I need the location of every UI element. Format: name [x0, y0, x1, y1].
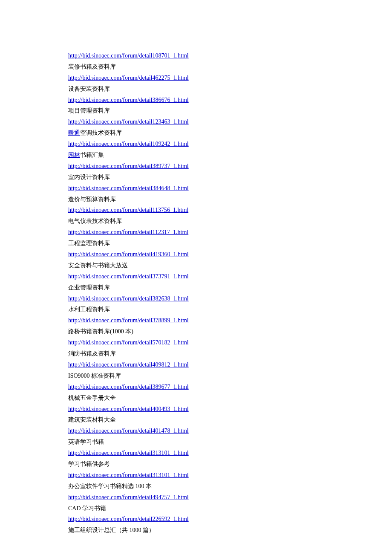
entry-label-row: 电气仪表技术资料库 — [68, 216, 392, 227]
resource-link[interactable]: http://bid.sinoaec.com/forum/detail40981… — [68, 361, 189, 368]
entry-url-row: http://bid.sinoaec.com/forum/detail31310… — [68, 448, 392, 459]
entry-url-row: http://bid.sinoaec.com/forum/detail37379… — [68, 271, 392, 282]
entry-url-row: http://bid.sinoaec.com/forum/detail57018… — [68, 337, 392, 348]
resource-link[interactable]: http://bid.sinoaec.com/forum/detail40049… — [68, 406, 189, 412]
keyword-link[interactable]: 园林 — [68, 152, 80, 158]
entry-url-row: http://bid.sinoaec.com/forum/detail38464… — [68, 183, 392, 194]
entry-label: 施工组织设计总汇（共 1000 篇） — [68, 527, 155, 533]
resource-link[interactable]: http://bid.sinoaec.com/forum/detail38263… — [68, 295, 189, 302]
entry-url-row: http://bid.sinoaec.com/forum/detail31310… — [68, 470, 392, 481]
entry-url-row: http://bid.sinoaec.com/forum/detail38263… — [68, 293, 392, 304]
entry-label-row: 安全资料与书籍大放送 — [68, 260, 392, 271]
entry-label: 水利工程资料库 — [68, 306, 110, 312]
entry-label-row: 装修书籍及资料库 — [68, 61, 392, 72]
entry-label: 项目管理资料库 — [68, 107, 110, 114]
resource-link[interactable]: http://bid.sinoaec.com/forum/detail38464… — [68, 185, 189, 191]
entry-label: 设备安装资料库 — [68, 86, 110, 92]
entry-label-row: 英语学习书籍 — [68, 436, 392, 448]
entry-label-row: 室内设计资料库 — [68, 172, 392, 183]
entry-label-row: 机械五金手册大全 — [68, 393, 392, 404]
entry-label: 电气仪表技术资料库 — [68, 218, 122, 224]
entry-label: 室内设计资料库 — [68, 174, 110, 180]
entry-url-row: http://bid.sinoaec.com/forum/detail38667… — [68, 95, 392, 106]
entry-label: 机械五金手册大全 — [68, 395, 116, 401]
entry-url-row: http://bid.sinoaec.com/forum/detail49475… — [68, 492, 392, 503]
entry-url-row: http://bid.sinoaec.com/forum/detail38967… — [68, 382, 392, 393]
resource-link[interactable]: http://bid.sinoaec.com/forum/detail10870… — [68, 52, 189, 59]
resource-link[interactable]: http://bid.sinoaec.com/forum/detail57018… — [68, 339, 189, 346]
entry-url-row: http://bid.sinoaec.com/forum/detail22659… — [68, 514, 392, 525]
entry-label: 工程监理资料库 — [68, 240, 110, 246]
resource-link[interactable]: http://bid.sinoaec.com/forum/detail41936… — [68, 251, 189, 257]
entry-label: 建筑安装材料大全 — [68, 416, 116, 423]
resource-link[interactable]: http://bid.sinoaec.com/forum/detail37379… — [68, 273, 189, 280]
entry-label: 办公室软件学习书籍精选 100 本 — [68, 483, 152, 489]
resource-link[interactable]: http://bid.sinoaec.com/forum/detail40147… — [68, 428, 189, 434]
resource-link[interactable]: http://bid.sinoaec.com/forum/detail11375… — [68, 207, 188, 213]
resource-link[interactable]: http://bid.sinoaec.com/forum/detail38667… — [68, 97, 189, 103]
entry-label-row: 项目管理资料库 — [68, 105, 392, 116]
entry-label-row: 企业管理资料库 — [68, 282, 392, 293]
entry-label-suffix: 空调技术资料库 — [80, 130, 122, 136]
entry-url-row: http://bid.sinoaec.com/forum/detail11375… — [68, 205, 392, 216]
entry-label: 学习书籍供参考 — [68, 461, 110, 467]
entry-label: 造价与预算资料库 — [68, 196, 116, 202]
resource-link[interactable]: http://bid.sinoaec.com/forum/detail37889… — [68, 317, 189, 324]
document-page: http://bid.sinoaec.com/forum/detail10870… — [0, 0, 392, 536]
entry-label-row: 建筑安装材料大全 — [68, 414, 392, 425]
entry-label: ISO9000 标准资料库 — [68, 373, 121, 379]
entry-label: 消防书籍及资料库 — [68, 350, 116, 357]
entry-url-row: http://bid.sinoaec.com/forum/detail40049… — [68, 404, 392, 415]
resource-link[interactable]: http://bid.sinoaec.com/forum/detail12346… — [68, 119, 189, 125]
resource-link[interactable]: http://bid.sinoaec.com/forum/detail38967… — [68, 384, 189, 390]
entry-label: 安全资料与书籍大放送 — [68, 262, 128, 269]
entry-label: 路桥书籍资料库(1000 本) — [68, 328, 133, 335]
entry-url-row: http://bid.sinoaec.com/forum/detail38973… — [68, 161, 392, 172]
resource-link[interactable]: http://bid.sinoaec.com/forum/detail31310… — [68, 450, 189, 456]
entry-label-row: 工程监理资料库 — [68, 238, 392, 249]
entry-url-row: http://bid.sinoaec.com/forum/detail10870… — [68, 50, 392, 61]
entry-label: 企业管理资料库 — [68, 284, 110, 291]
resource-link[interactable]: http://bid.sinoaec.com/forum/detail46227… — [68, 75, 189, 81]
keyword-link[interactable]: 暖通 — [68, 130, 80, 136]
entry-label-row: 造价与预算资料库 — [68, 194, 392, 205]
resource-link[interactable]: http://bid.sinoaec.com/forum/detail11231… — [68, 229, 188, 235]
entry-url-row: http://bid.sinoaec.com/forum/detail11231… — [68, 227, 392, 238]
resource-link[interactable]: http://bid.sinoaec.com/forum/detail22659… — [68, 516, 189, 522]
entry-label-row: CAD 学习书籍 — [68, 503, 392, 514]
entry-label: CAD 学习书籍 — [68, 505, 106, 512]
entry-url-row: http://bid.sinoaec.com/forum/detail10924… — [68, 139, 392, 150]
entry-label-row: 暖通空调技术资料库 — [68, 127, 392, 139]
entry-label-row: 设备安装资料库 — [68, 84, 392, 95]
entry-label-row: 园林书籍汇集 — [68, 150, 392, 161]
entry-label-row: ISO9000 标准资料库 — [68, 370, 392, 382]
entry-label-row: 办公室软件学习书籍精选 100 本 — [68, 481, 392, 492]
resource-link[interactable]: http://bid.sinoaec.com/forum/detail10924… — [68, 141, 189, 147]
resource-link[interactable]: http://bid.sinoaec.com/forum/detail38973… — [68, 163, 189, 169]
entry-url-row: http://bid.sinoaec.com/forum/detail12346… — [68, 116, 392, 127]
entry-label-suffix: 书籍汇集 — [80, 152, 104, 158]
entry-url-row: http://bid.sinoaec.com/forum/detail46227… — [68, 72, 392, 84]
entry-label: 英语学习书籍 — [68, 439, 104, 445]
entry-label-row: 施工组织设计总汇（共 1000 篇） — [68, 525, 392, 536]
entry-url-row: http://bid.sinoaec.com/forum/detail37889… — [68, 315, 392, 326]
entry-url-row: http://bid.sinoaec.com/forum/detail40981… — [68, 359, 392, 370]
entry-url-row: http://bid.sinoaec.com/forum/detail41936… — [68, 249, 392, 260]
entry-label: 装修书籍及资料库 — [68, 64, 116, 70]
entry-label-row: 消防书籍及资料库 — [68, 348, 392, 359]
entry-label-row: 水利工程资料库 — [68, 304, 392, 315]
entry-url-row: http://bid.sinoaec.com/forum/detail40147… — [68, 425, 392, 436]
resource-link[interactable]: http://bid.sinoaec.com/forum/detail49475… — [68, 494, 189, 500]
entry-label-row: 路桥书籍资料库(1000 本) — [68, 326, 392, 337]
resource-link[interactable]: http://bid.sinoaec.com/forum/detail31310… — [68, 472, 189, 478]
entry-label-row: 学习书籍供参考 — [68, 459, 392, 470]
